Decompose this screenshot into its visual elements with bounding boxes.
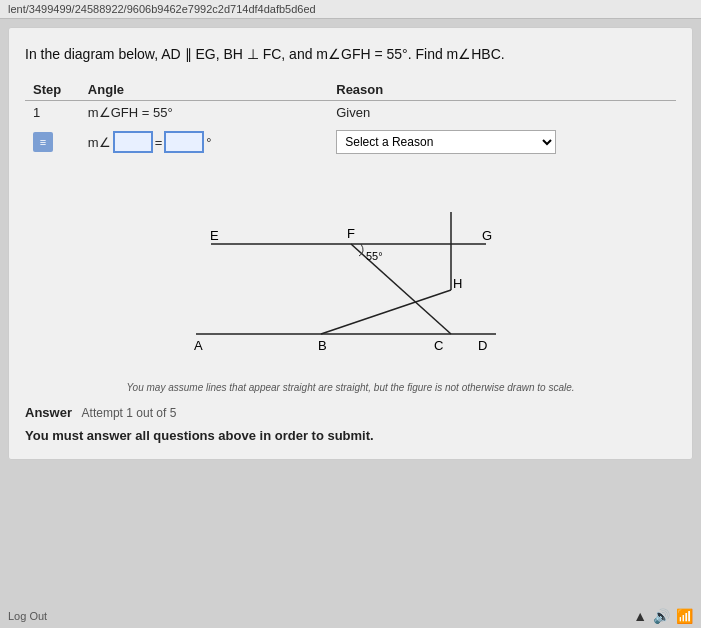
step-1: 1 <box>25 101 80 125</box>
diagram-note: You may assume lines that appear straigh… <box>25 382 676 393</box>
proof-table: Step Angle Reason 1 m∠GFH = 55° Given ≡ … <box>25 79 676 158</box>
diagram-container: E F G H A B C D 55° <box>166 172 536 372</box>
logout-link[interactable]: Log Out <box>8 610 47 622</box>
submit-note: You must answer all questions above in o… <box>25 428 676 443</box>
problem-statement: In the diagram below, AD ∥ EG, BH ⊥ FC, … <box>25 44 676 65</box>
answer-section: Answer Attempt 1 out of 5 <box>25 405 676 420</box>
svg-text:G: G <box>482 228 492 243</box>
bottom-bar: Log Out ▲ 🔊 📶 <box>0 604 701 628</box>
col-header-step: Step <box>25 79 80 101</box>
angle-m-label: m∠ <box>88 135 111 150</box>
angle-degree: ° <box>206 135 211 150</box>
angle-input-2[interactable] <box>164 131 204 153</box>
svg-text:H: H <box>453 276 462 291</box>
diagram-area: E F G H A B C D 55° <box>25 172 676 372</box>
svg-line-3 <box>321 290 451 334</box>
angle-equals: = <box>155 135 163 150</box>
svg-text:B: B <box>318 338 327 353</box>
answer-label: Answer <box>25 405 72 420</box>
svg-text:F: F <box>347 226 355 241</box>
angle-input-1[interactable] <box>113 131 153 153</box>
svg-text:C: C <box>434 338 443 353</box>
table-row-1: 1 m∠GFH = 55° Given <box>25 101 676 125</box>
caret-up-icon: ▲ <box>633 608 647 624</box>
angle-input-group: m∠ = ° <box>88 131 320 153</box>
attempt-info: Attempt 1 out of 5 <box>82 406 177 420</box>
svg-text:55°: 55° <box>366 250 383 262</box>
network-icon: 📶 <box>676 608 693 624</box>
reason-select[interactable]: Select a Reason <box>336 130 556 154</box>
svg-text:E: E <box>210 228 219 243</box>
url-bar: lent/3499499/24588922/9606b9462e7992c2d7… <box>0 0 701 19</box>
step-2: ≡ <box>25 124 80 158</box>
svg-text:A: A <box>194 338 203 353</box>
speaker-icon: 🔊 <box>653 608 670 624</box>
table-row-2: ≡ m∠ = ° Select a Reason <box>25 124 676 158</box>
angle-1: m∠GFH = 55° <box>80 101 328 125</box>
bottom-icons: ▲ 🔊 📶 <box>633 608 693 624</box>
diagram-svg: E F G H A B C D 55° <box>166 172 536 372</box>
svg-text:D: D <box>478 338 487 353</box>
reason-2-cell: Select a Reason <box>328 124 676 158</box>
reason-1: Given <box>328 101 676 125</box>
main-content: In the diagram below, AD ∥ EG, BH ⊥ FC, … <box>8 27 693 460</box>
angle-2-cell: m∠ = ° <box>80 124 328 158</box>
step-indicator-2: ≡ <box>33 132 53 152</box>
col-header-angle: Angle <box>80 79 328 101</box>
col-header-reason: Reason <box>328 79 676 101</box>
